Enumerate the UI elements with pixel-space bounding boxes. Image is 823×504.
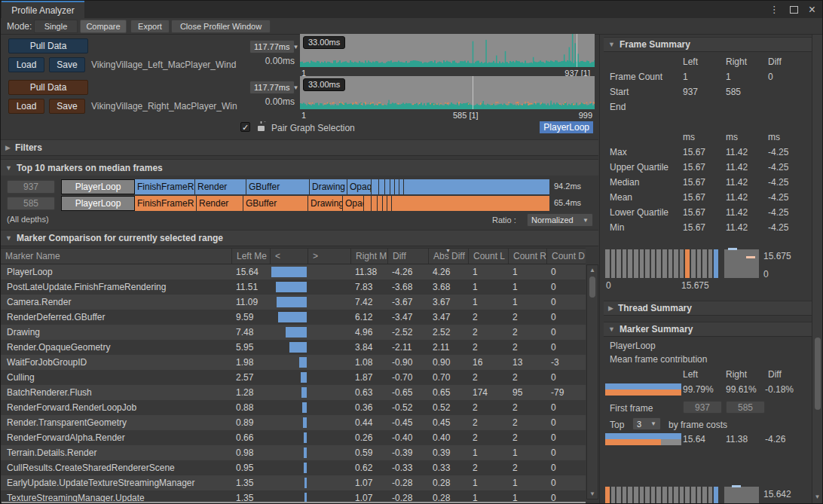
expanded-arrow-icon: ▼	[608, 325, 615, 333]
marker-summary-header[interactable]: ▼ Marker Summary	[604, 322, 812, 337]
table-row[interactable]: Culling2.571.87-0.700.70220	[1, 370, 586, 385]
scroll-up-icon[interactable]: ▲	[587, 267, 598, 273]
marker-segment[interactable]	[372, 179, 379, 194]
marker-summary-histogram[interactable]	[605, 487, 718, 504]
unlock-icon[interactable]	[257, 121, 266, 132]
frame-937-button[interactable]: 937	[7, 180, 55, 194]
marker-segment[interactable]: FinishFrameR	[135, 179, 195, 194]
table-scrollbar-thumb[interactable]	[589, 276, 595, 298]
marker-segment[interactable]	[392, 196, 549, 211]
column-header-count-d[interactable]: Count D	[546, 249, 586, 264]
marker-segment[interactable]: Render	[195, 179, 246, 194]
column-header-count-r[interactable]: Count R	[508, 249, 546, 264]
marker-segment[interactable]: GBuffer	[243, 196, 308, 211]
marker-summary-boxplot[interactable]	[724, 487, 759, 504]
right-panel-scrollbar[interactable]: ▼	[812, 35, 823, 504]
column-header-left-me[interactable]: Left Me	[231, 249, 270, 264]
table-row[interactable]: Terrain.Details.Render0.980.59-0.390.391…	[1, 445, 586, 460]
summary-row: Max15.6711.42-4.25	[610, 145, 812, 160]
save-left-button[interactable]: Save	[49, 57, 85, 72]
value-cell: 0.95	[231, 460, 270, 475]
top10-section-header[interactable]: ▼ Top 10 markers on median frames	[1, 159, 598, 176]
table-row[interactable]: Drawing7.484.96-2.522.52220	[1, 325, 586, 340]
close-profiler-window-button[interactable]: Close Profiler Window	[171, 20, 271, 33]
marker-segment[interactable]: PlayerLoop	[61, 196, 135, 211]
marker-segment[interactable]: Opaqu	[343, 196, 364, 211]
comparison-section-header[interactable]: ▼ Marker Comparison for currently select…	[1, 230, 598, 246]
selected-marker-chip[interactable]: PlayerLoop	[540, 121, 593, 133]
marker-segment[interactable]: Drawing	[308, 196, 343, 211]
pull-data-left-button[interactable]: Pull Data	[8, 38, 88, 53]
scroll-down-icon[interactable]: ▼	[587, 490, 598, 497]
table-row[interactable]: RenderForwardAlpha.Render0.660.26-0.400.…	[1, 430, 586, 445]
column-header-abs-diff[interactable]: Abs Diff▼	[428, 249, 468, 264]
table-row[interactable]: RenderForward.RenderLoopJob0.880.36-0.52…	[1, 400, 586, 415]
marker-segment[interactable]: GBuffer	[246, 179, 310, 194]
mode-compare-button[interactable]: Compare	[80, 20, 127, 33]
table-row[interactable]: RenderDeferred.GBuffer9.596.12-3.473.472…	[1, 310, 586, 325]
mode-single-button[interactable]: Single	[34, 20, 78, 33]
marker-segment[interactable]	[379, 179, 385, 194]
table-row[interactable]: Camera.Render11.097.42-3.673.67110	[1, 295, 586, 310]
table-row[interactable]: BatchRenderer.Flush1.280.63-0.650.651749…	[1, 385, 586, 400]
top-n-dropdown[interactable]: 3 ▼	[632, 417, 661, 430]
table-row[interactable]: EarlyUpdate.UpdateTextureStreamingManage…	[1, 475, 586, 490]
maximize-icon[interactable]	[790, 6, 798, 14]
filters-section-header[interactable]: ▶ Filters	[1, 139, 598, 156]
thread-summary-header[interactable]: ▶ Thread Summary	[604, 301, 812, 316]
table-row[interactable]: PostLateUpdate.FinishFrameRendering11.51…	[1, 279, 586, 295]
table-row[interactable]: WaitForJobGroupID1.981.08-0.900.901613-3	[1, 355, 586, 370]
marker-segment[interactable]	[372, 196, 378, 211]
kebab-menu-icon[interactable]: ⋮	[769, 4, 779, 15]
close-icon[interactable]: ×	[809, 3, 815, 17]
value-cell: 1	[508, 475, 546, 490]
left-range-dropdown[interactable]: 117.77ms ▼	[249, 40, 295, 53]
load-left-button[interactable]: Load	[8, 57, 44, 72]
marker-segment[interactable]: PlayerLoop	[61, 179, 135, 194]
table-row[interactable]: PlayerLoop15.6411.38-4.264.26110	[1, 264, 586, 279]
first-frame-left-button[interactable]: 937	[683, 401, 722, 414]
column-header-diff[interactable]: Diff	[387, 249, 428, 264]
right-range-dropdown[interactable]: 117.77ms ▼	[249, 81, 295, 94]
tab-profile-analyzer[interactable]: Profile Analyzer	[2, 1, 84, 18]
pull-data-right-button[interactable]: Pull Data	[8, 80, 88, 95]
right-zero-label: 0.00ms	[249, 96, 295, 107]
marker-segment[interactable]: Render	[197, 196, 243, 211]
column-header--[interactable]: >	[307, 249, 350, 264]
table-row[interactable]: TextureStreamingManager.Update1.351.07-0…	[1, 490, 586, 502]
load-right-button[interactable]: Load	[8, 99, 44, 114]
table-scrollbar[interactable]: ▲ ▼	[586, 264, 598, 499]
frame-summary-histogram[interactable]	[605, 249, 718, 278]
first-frame-right-button[interactable]: 585	[726, 401, 765, 414]
scroll-down-icon[interactable]: ▼	[812, 493, 822, 500]
value-cell: 0.26	[350, 430, 387, 445]
histogram-bar	[714, 487, 718, 504]
left-frame-time-graph[interactable]: 33.00ms	[300, 34, 595, 67]
table-row[interactable]: CullResults.CreateSharedRendererScene0.9…	[1, 460, 586, 475]
ratio-dropdown[interactable]: Normalized ▼	[527, 213, 593, 227]
marker-segment[interactable]: Opaqu	[347, 179, 372, 194]
marker-segment[interactable]: Drawing	[310, 179, 347, 194]
marker-segment[interactable]	[378, 196, 383, 211]
frame-summary-header[interactable]: ▼ Frame Summary	[604, 37, 812, 52]
pane-splitter[interactable]	[599, 35, 600, 504]
pair-graph-selection-checkbox[interactable]: ✓	[240, 122, 250, 132]
right-frame-time-graph[interactable]: 33.00ms	[300, 76, 595, 109]
right-panel-scrollbar-thumb[interactable]	[815, 338, 821, 410]
export-button[interactable]: Export	[130, 20, 170, 33]
column-header-count-l[interactable]: Count L	[468, 249, 508, 264]
frame-summary-boxplot[interactable]	[724, 249, 759, 278]
table-row[interactable]: Render.OpaqueGeometry5.953.84-2.112.1122…	[1, 340, 586, 355]
save-right-button[interactable]: Save	[49, 99, 85, 114]
summary-cell: Frame Count	[610, 72, 683, 82]
column-header-marker-name[interactable]: Marker Name	[1, 249, 231, 264]
column-header-right-m[interactable]: Right M	[350, 249, 387, 264]
marker-segment[interactable]	[364, 196, 372, 211]
table-row[interactable]: Render.TransparentGeometry0.890.44-0.450…	[1, 415, 586, 430]
marker-segment[interactable]	[404, 179, 549, 194]
marker-segment[interactable]	[385, 179, 390, 194]
column-header--[interactable]: <	[270, 249, 307, 264]
frame-585-button[interactable]: 585	[7, 197, 55, 210]
value-cell: 0.39	[428, 445, 468, 460]
marker-segment[interactable]: FinishFrameR	[135, 196, 197, 211]
